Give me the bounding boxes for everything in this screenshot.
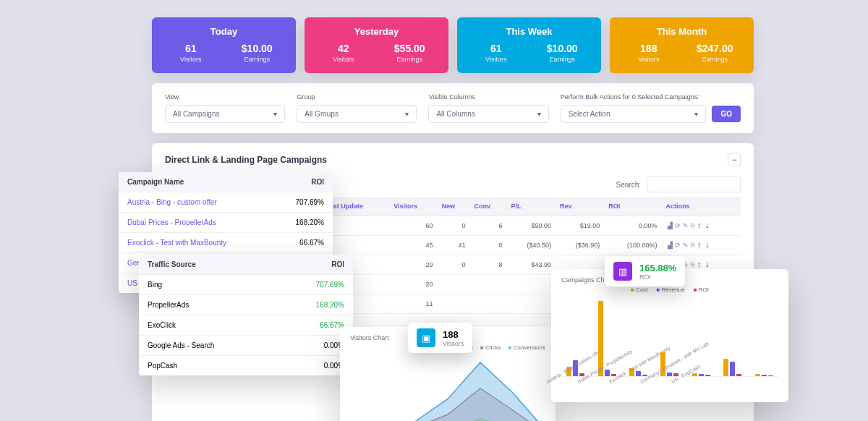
stat-earnings: $10.00	[529, 43, 596, 54]
stat-card[interactable]: This Week 61Visitors $10.00Earnings	[457, 17, 601, 73]
legend-revenue: Revenue	[657, 286, 685, 293]
row-actions[interactable]: ▟⟳✎⎘⇪⤓	[661, 216, 741, 236]
stat-title: Today	[158, 26, 290, 37]
grid-header[interactable]: Conv	[470, 197, 507, 216]
section-title: Direct Link & Landing Page Campaigns	[165, 155, 327, 165]
legend-clicks: Clicks	[480, 344, 501, 351]
list-item[interactable]: Austria - Bing - custom offer707.69%	[119, 192, 333, 213]
chart-icon: ▣	[417, 328, 435, 347]
chevron-down-icon: ▾	[537, 110, 541, 118]
search-label: Search:	[616, 181, 641, 189]
bar-group	[753, 374, 775, 376]
grid-header[interactable]: P/L	[507, 197, 556, 216]
view-select[interactable]: All Campaigns▾	[165, 105, 285, 123]
grid-header[interactable]: Rev	[556, 197, 604, 216]
stat-earnings: $10.00	[224, 43, 291, 54]
grid-header[interactable]: New	[437, 197, 469, 216]
roi-header: ROI	[276, 172, 333, 192]
chevron-down-icon: ▾	[273, 110, 277, 118]
view-label: View	[165, 93, 285, 101]
stat-card[interactable]: This Month 188Visitors $247.00Earnings	[610, 17, 754, 73]
grid-header[interactable]: ROI	[604, 197, 661, 216]
chevron-down-icon: ▾	[405, 110, 409, 118]
stat-visitors: 42	[310, 43, 377, 54]
visitors-badge-value: 188	[443, 329, 464, 340]
list-item[interactable]: Google Ads - Search0.00%	[139, 336, 353, 356]
stat-visitors: 188	[616, 43, 682, 54]
roi-badge: ▥ 165.88% ROI	[605, 256, 685, 286]
list-item[interactable]: Dubai Prices - PropellerAds168.20%	[119, 213, 333, 233]
list-item[interactable]: PopCash0.00%	[139, 356, 353, 376]
stat-title: This Month	[616, 26, 748, 37]
collapse-button[interactable]: −	[728, 153, 741, 166]
grid-header[interactable]: Visitors	[389, 197, 437, 216]
chevron-down-icon: ▾	[694, 110, 698, 118]
roi-badge-value: 165.88%	[639, 263, 676, 273]
columns-label: Visible Columns	[428, 93, 548, 101]
stat-card[interactable]: Yesterday 42Visitors $55.00Earnings	[305, 17, 448, 73]
traffic-source-header: Traffic Source	[139, 255, 277, 275]
list-item[interactable]: PropellerAds168.20%	[139, 295, 353, 315]
visitors-badge-label: Visitors	[443, 340, 464, 347]
visitors-badge: ▣ 188 Visitors	[408, 323, 472, 353]
roi-badge-label: ROI	[639, 273, 676, 281]
stat-title: This Week	[463, 26, 595, 37]
stat-card[interactable]: Today 61Visitors $10.00Earnings	[152, 17, 296, 73]
bar-group: Dubai Prices - PropellerAds	[595, 301, 618, 377]
roi-header: ROI	[277, 255, 353, 275]
search-input[interactable]	[647, 177, 741, 192]
list-item[interactable]: Exoclick - Test with MaxBounty66.67%	[119, 233, 333, 253]
group-select[interactable]: All Groups▾	[297, 105, 417, 123]
legend-roi: ROI	[694, 286, 709, 293]
go-button[interactable]: GO	[712, 106, 741, 122]
legend-cost: Cost	[631, 286, 648, 293]
stat-earnings: $247.00	[682, 43, 749, 54]
bulk-label: Perform Bulk Actions for 0 Selected Camp…	[561, 93, 741, 101]
area-chart	[350, 354, 545, 421]
bulk-select[interactable]: Select Action▾	[561, 105, 707, 123]
stat-earnings: $55.00	[377, 43, 443, 54]
list-item[interactable]: ExoClick66.67%	[139, 315, 353, 336]
chart-icon: ▥	[613, 262, 632, 281]
group-label: Group	[297, 93, 417, 101]
legend-conversions: Conversions	[508, 344, 545, 351]
stats-row: Today 61Visitors $10.00Earnings Yesterda…	[152, 17, 754, 73]
list-item[interactable]: Bing707.69%	[139, 275, 353, 295]
stat-title: Yesterday	[310, 26, 443, 37]
campaigns-chart-card: Campaigns Chart Cost Revenue ROI Austria…	[551, 269, 788, 402]
grid-header[interactable]: Actions	[661, 197, 741, 216]
filters-panel: View All Campaigns▾ Group All Groups▾ Vi…	[152, 83, 754, 133]
traffic-source-card: Traffic Source ROI Bing707.69%PropellerA…	[139, 255, 353, 375]
campaign-name-header: Campaign Name	[119, 172, 276, 192]
columns-select[interactable]: All Columns▾	[428, 105, 548, 123]
row-actions[interactable]: ▟⟳✎⎘⇪⤓	[661, 236, 741, 255]
bar-chart: Austria - Bing - custom offerDubai Price…	[561, 297, 778, 377]
stat-visitors: 61	[463, 43, 529, 54]
stat-visitors: 61	[158, 43, 224, 54]
